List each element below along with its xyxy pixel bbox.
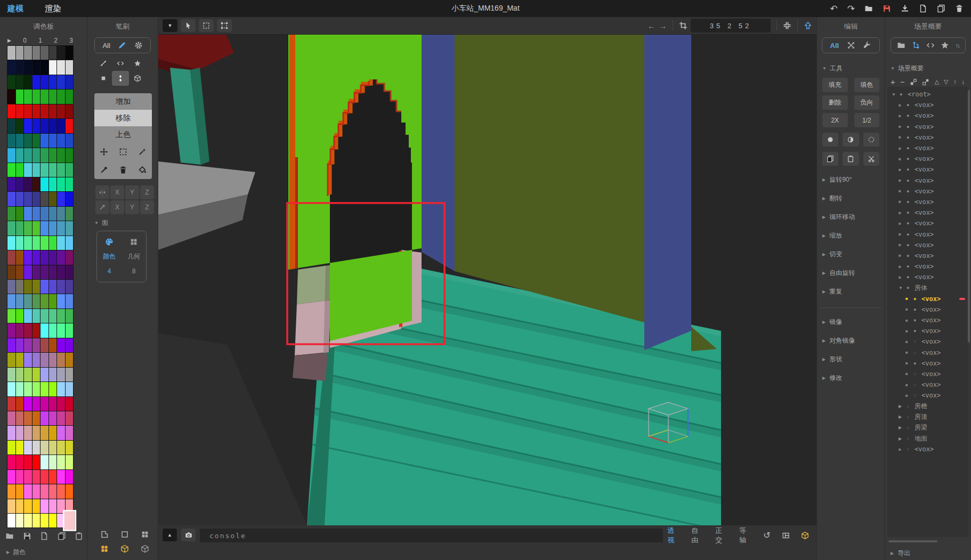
tree-vox-row[interactable]: ■●<vox> [887, 218, 968, 229]
palette-swatch[interactable] [57, 148, 65, 162]
palette-swatch[interactable] [33, 382, 41, 396]
palette-swatch[interactable] [57, 90, 65, 103]
wrench-icon[interactable] [863, 41, 871, 50]
palette-swatch[interactable] [66, 192, 74, 206]
duplicate-icon[interactable] [937, 4, 945, 13]
palette-swatch[interactable] [33, 236, 41, 250]
palette-swatch[interactable] [57, 46, 65, 60]
tree-group-row[interactable]: ▼●<root> [887, 89, 968, 100]
palette-swatch[interactable] [57, 455, 65, 469]
palette-swatch[interactable] [57, 207, 65, 221]
mirror-icon[interactable] [95, 185, 109, 199]
palette-swatch[interactable] [57, 192, 65, 206]
geometry-mode-icon[interactable] [130, 238, 138, 246]
palette-play-icon[interactable]: ▶ [7, 38, 11, 43]
palette-swatch[interactable] [16, 309, 24, 323]
palette-swatch[interactable] [49, 484, 57, 498]
palette-swatch[interactable] [49, 397, 57, 411]
palette-swatch[interactable] [57, 411, 65, 425]
circle-outline-button[interactable] [863, 133, 879, 147]
palette-swatch[interactable] [49, 265, 57, 279]
palette-swatch[interactable] [57, 250, 65, 264]
crop-icon[interactable] [679, 21, 687, 30]
code-filter-icon[interactable] [926, 41, 935, 50]
tree-group-row[interactable]: ▶○地面 [887, 433, 968, 444]
palette-swatch[interactable] [41, 46, 48, 60]
palette-swatch[interactable] [33, 119, 41, 133]
select-all-button[interactable] [217, 19, 232, 32]
palette-swatch[interactable] [7, 411, 15, 425]
palette-swatch[interactable] [7, 60, 15, 74]
palette-swatch[interactable] [66, 46, 74, 60]
palette-swatch[interactable] [7, 163, 15, 177]
edit-button[interactable]: 填色 [854, 78, 880, 92]
tree-vox-row[interactable]: ■●<vox> [887, 100, 968, 110]
palette-swatch[interactable] [16, 207, 24, 221]
palette-color-section[interactable]: ▶ 颜色 [6, 548, 26, 557]
palette-swatch[interactable] [24, 455, 32, 469]
palette-swatch[interactable] [66, 221, 74, 235]
export-section[interactable]: ▶ 导出 [891, 549, 910, 558]
cut-button[interactable] [863, 152, 879, 166]
palette-paste-icon[interactable] [75, 532, 83, 540]
edit-button[interactable]: 删除 [822, 95, 848, 110]
palette-swatch[interactable] [24, 134, 32, 148]
palette-swatch[interactable] [16, 499, 24, 513]
palette-swatch[interactable] [66, 163, 74, 177]
palette-swatch[interactable] [66, 60, 74, 74]
palette-swatch[interactable] [7, 280, 15, 294]
tree-vox-row[interactable]: ■●<vox> [887, 261, 968, 272]
edit-button[interactable]: 负向 [854, 95, 880, 110]
palette-swatch[interactable] [49, 441, 57, 455]
remove-node-icon[interactable]: − [900, 77, 905, 86]
palette-swatch[interactable] [49, 309, 57, 323]
paint-bucket-icon[interactable] [138, 166, 147, 174]
palette-swatch[interactable] [24, 221, 32, 235]
tree-vox-row[interactable]: ■●<vox> [887, 143, 968, 153]
palette-swatch[interactable] [16, 221, 24, 235]
palette-swatch[interactable] [24, 397, 32, 411]
group-node-icon[interactable] [910, 78, 917, 86]
palette-swatch[interactable] [24, 280, 32, 294]
palette-swatch[interactable] [57, 177, 65, 191]
palette-swatch[interactable] [33, 411, 41, 425]
palette-swatch[interactable] [16, 163, 24, 177]
palette-swatch[interactable] [49, 163, 57, 177]
tree-hscrollbar[interactable] [888, 540, 937, 542]
palette-swatch[interactable] [41, 309, 48, 323]
palette-copy-icon[interactable] [58, 532, 66, 540]
fit-view-icon[interactable] [783, 21, 791, 30]
palette-swatch[interactable] [16, 353, 24, 367]
palette-swatch[interactable] [33, 323, 41, 337]
tree-vox-row[interactable]: ■●<vox> [887, 197, 968, 207]
save-icon[interactable] [883, 4, 891, 13]
palette-swatch[interactable] [24, 207, 32, 221]
palette-swatch[interactable] [7, 90, 15, 103]
palette-swatch[interactable] [24, 323, 32, 337]
palette-swatch[interactable] [66, 207, 74, 221]
palette-swatch[interactable] [33, 514, 41, 527]
voxel-tool[interactable] [95, 71, 112, 86]
tree-group-row[interactable]: ▶○房檐 [887, 401, 968, 411]
palette-swatch[interactable] [24, 60, 32, 74]
tree-vox-row[interactable]: ■●<vox> [887, 250, 968, 261]
tree-vox-row[interactable]: ■●<vox> [887, 153, 968, 164]
circle-solid-button[interactable] [822, 133, 838, 147]
tree-vox-row[interactable]: ■●<vox> [887, 121, 968, 132]
voxel-display-icon[interactable] [120, 545, 129, 553]
line-tool[interactable] [95, 56, 112, 71]
brush-mode[interactable]: 移除 [94, 110, 152, 126]
transform-icon[interactable] [847, 41, 855, 50]
palette-swatch[interactable] [49, 119, 57, 133]
face-section-header[interactable]: ▼ 面 [94, 218, 108, 228]
palette-swatch[interactable] [41, 294, 48, 308]
palette-swatch[interactable] [16, 75, 24, 89]
nav-back-icon[interactable]: ← [648, 22, 656, 30]
palette-swatch[interactable] [16, 177, 24, 191]
palette-swatch[interactable] [49, 368, 57, 382]
palette-swatch[interactable] [33, 104, 41, 118]
palette-swatch[interactable] [49, 134, 57, 148]
palette-swatch[interactable] [24, 368, 32, 382]
tab-render[interactable]: 渲染 [45, 4, 61, 13]
palette-swatch[interactable] [33, 207, 41, 221]
